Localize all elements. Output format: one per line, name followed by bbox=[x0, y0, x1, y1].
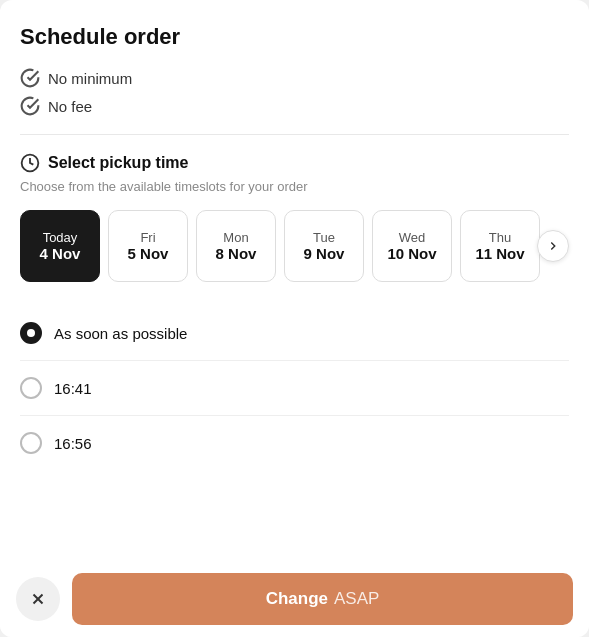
radio-outer bbox=[20, 377, 42, 399]
date-tabs-container: Today4 NovFri5 NovMon8 NovTue9 NovWed10 … bbox=[20, 210, 569, 282]
day-num: 4 Nov bbox=[40, 245, 81, 262]
date-tab-3[interactable]: Tue9 Nov bbox=[284, 210, 364, 282]
day-num: 5 Nov bbox=[128, 245, 169, 262]
section-subtitle: Choose from the available timeslots for … bbox=[20, 179, 569, 194]
day-name: Thu bbox=[489, 230, 511, 245]
page-title: Schedule order bbox=[20, 24, 569, 50]
time-option-0[interactable]: As soon as possible bbox=[20, 306, 569, 361]
time-option-2[interactable]: 16:56 bbox=[20, 416, 569, 470]
time-label: As soon as possible bbox=[54, 325, 187, 342]
no-fee-item: No fee bbox=[20, 96, 569, 116]
change-button[interactable]: Change ASAP bbox=[72, 573, 573, 625]
bottom-bar: Change ASAP bbox=[0, 561, 589, 637]
day-num: 11 Nov bbox=[475, 245, 524, 262]
no-fee-label: No fee bbox=[48, 98, 92, 115]
date-tab-5[interactable]: Thu11 Nov bbox=[460, 210, 540, 282]
date-tab-0[interactable]: Today4 Nov bbox=[20, 210, 100, 282]
radio-outer bbox=[20, 432, 42, 454]
date-tab-2[interactable]: Mon8 Nov bbox=[196, 210, 276, 282]
main-content: Schedule order No minimum No fee Select … bbox=[0, 0, 589, 637]
close-button[interactable] bbox=[16, 577, 60, 621]
clock-icon bbox=[20, 153, 40, 173]
day-num: 10 Nov bbox=[387, 245, 436, 262]
date-tab-4[interactable]: Wed10 Nov bbox=[372, 210, 452, 282]
radio-inner bbox=[27, 329, 35, 337]
time-label: 16:56 bbox=[54, 435, 92, 452]
chevron-right-icon bbox=[546, 239, 560, 253]
no-minimum-item: No minimum bbox=[20, 68, 569, 88]
day-name: Wed bbox=[399, 230, 426, 245]
day-name: Fri bbox=[140, 230, 155, 245]
change-button-sub: ASAP bbox=[334, 589, 379, 609]
time-option-1[interactable]: 16:41 bbox=[20, 361, 569, 416]
date-tabs-scroll: Today4 NovFri5 NovMon8 NovTue9 NovWed10 … bbox=[20, 210, 569, 282]
check-circle-icon-2 bbox=[20, 96, 40, 116]
day-name: Today bbox=[43, 230, 78, 245]
section-title: Select pickup time bbox=[48, 154, 189, 172]
day-name: Mon bbox=[223, 230, 248, 245]
day-num: 8 Nov bbox=[216, 245, 257, 262]
check-circle-icon bbox=[20, 68, 40, 88]
day-num: 9 Nov bbox=[304, 245, 345, 262]
time-options-list: As soon as possible16:4116:56 bbox=[20, 306, 569, 470]
day-name: Tue bbox=[313, 230, 335, 245]
schedule-order-modal: Schedule order No minimum No fee Select … bbox=[0, 0, 589, 637]
no-minimum-label: No minimum bbox=[48, 70, 132, 87]
next-arrow-button[interactable] bbox=[537, 230, 569, 262]
section-header: Select pickup time bbox=[20, 153, 569, 173]
divider-1 bbox=[20, 134, 569, 135]
date-tab-1[interactable]: Fri5 Nov bbox=[108, 210, 188, 282]
date-tabs-list: Today4 NovFri5 NovMon8 NovTue9 NovWed10 … bbox=[20, 210, 525, 282]
time-label: 16:41 bbox=[54, 380, 92, 397]
radio-outer bbox=[20, 322, 42, 344]
close-icon bbox=[29, 590, 47, 608]
change-button-label: Change bbox=[266, 589, 328, 609]
